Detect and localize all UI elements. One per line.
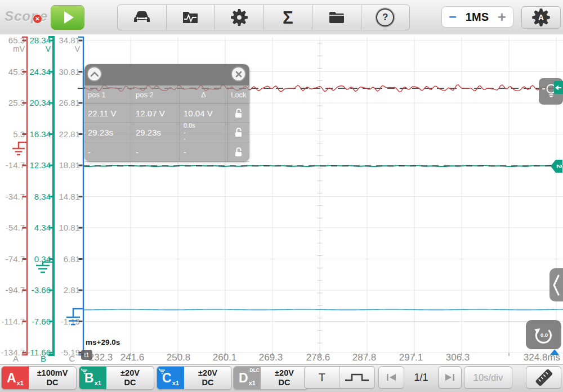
axis-b-label: 0.34 — [34, 254, 51, 264]
trigger-edge-button[interactable] — [339, 367, 375, 388]
collapse-panel-button[interactable] — [87, 66, 102, 82]
dlc-badge: DLC — [250, 367, 260, 373]
axis-b-label: 12.34 — [29, 160, 51, 170]
axis-a-label: -74.7 — [6, 254, 25, 264]
previous-page-button[interactable] — [378, 366, 404, 389]
axis-a-label: -134.7 — [1, 348, 25, 357]
trigger-mode-button[interactable]: T — [305, 367, 339, 388]
auto-setup-button[interactable]: A — [521, 6, 561, 29]
lock-toggle-row2[interactable] — [227, 123, 249, 142]
question-icon: ? — [376, 8, 394, 26]
axis-c-label: 34.81 — [59, 35, 80, 45]
file-manager-button[interactable] — [312, 5, 361, 30]
axis-b-unit: V — [46, 44, 51, 53]
measure-pos2-value: 12.07 V — [132, 104, 180, 123]
sample-rate-control[interactable]: − 1MS + — [441, 6, 513, 28]
unlock-icon — [234, 108, 243, 119]
unlock-icon — [234, 127, 243, 138]
svg-text:2: 2 — [555, 164, 563, 168]
axis-c-label: 18.81 — [59, 160, 80, 170]
saved-data-button[interactable] — [166, 5, 215, 30]
time-per-div-button[interactable]: 10s/div — [464, 366, 512, 389]
svg-text:0.0: 0.0 — [540, 332, 547, 338]
plus-icon[interactable]: + — [498, 10, 506, 24]
channel-c-button[interactable]: Cx1±20VDC — [157, 366, 232, 390]
axis-b-label: 28.34 — [29, 35, 51, 45]
close-panel-button[interactable] — [231, 66, 246, 82]
channel-a-marker-tag[interactable] — [554, 81, 563, 94]
axis-line-a — [22, 37, 27, 355]
chevron-up-icon — [90, 71, 99, 77]
help-button[interactable]: ? — [361, 5, 410, 30]
trigger-t-label: T — [319, 371, 325, 384]
play-icon — [64, 11, 74, 24]
lock-toggle-row1[interactable] — [227, 104, 249, 123]
skip-start-icon — [385, 373, 397, 382]
bottom-toolbar: Ax1±100mVDCBx1±20VDCCx1±20VDCDLCDx1±20VD… — [0, 364, 563, 392]
axis-c-letter: C — [69, 354, 75, 363]
time-axis-label: 297.1 — [399, 352, 423, 363]
trigger-group: T — [304, 366, 375, 389]
measurement-panel[interactable]: pos 1pos 2ΔLock22.11 V12.07 V10.04 V29.2… — [84, 64, 249, 162]
measurement-panel-header[interactable] — [84, 64, 249, 85]
ground-symbol — [66, 309, 83, 325]
channel-b-button[interactable]: Bx1±20VDC — [79, 366, 154, 390]
axis-b-label: 24.34 — [29, 67, 51, 76]
axis-a-unit: mV — [13, 44, 25, 53]
reset-offset-button[interactable]: 0.0 — [526, 320, 561, 349]
axis-b-label: 16.34 — [29, 129, 51, 139]
axis-a-label: 65.3 — [8, 35, 25, 45]
sample-rate-value: 1MS — [466, 11, 489, 24]
minus-icon[interactable]: − — [449, 10, 457, 24]
axis-c-label: 2.81 — [64, 285, 80, 295]
t1-marker-badge[interactable] — [81, 350, 92, 360]
car-icon — [132, 10, 151, 25]
axis-a-label: 25.3 — [8, 98, 25, 107]
channel-multiplier: x1 — [17, 380, 24, 386]
settings-button[interactable] — [215, 5, 263, 30]
next-page-button[interactable] — [438, 366, 462, 389]
measure-ruler-button[interactable] — [526, 366, 561, 389]
vehicle-button[interactable] — [118, 5, 166, 30]
channel-range-label: ±20VDC — [106, 367, 154, 389]
scope-app: 65.345.325.35.3-14.7-34.7-54.7-74.7-94.7… — [0, 0, 563, 392]
ruler-icon — [533, 368, 555, 387]
measure-pos1-value: 29.23s — [84, 123, 132, 142]
axis-a-label: -14.7 — [6, 160, 25, 170]
channel-range-label: ±20VDC — [184, 367, 231, 389]
trigger-position-marker[interactable] — [550, 349, 559, 355]
measure-delta-value: 0.0s-- — [180, 123, 227, 142]
start-button[interactable] — [51, 5, 84, 30]
axis-line-c — [78, 37, 83, 355]
time-axis-label: 278.6 — [306, 352, 330, 363]
measurements-button[interactable]: Σ — [263, 5, 312, 30]
channel-a-color-square: Ax1 — [2, 367, 29, 389]
svg-text:A: A — [538, 13, 544, 22]
channel-a-button[interactable]: Ax1±100mVDC — [1, 366, 77, 390]
measure-header-1: pos 2 — [132, 85, 180, 104]
measure-header-0: pos 1 — [84, 85, 132, 104]
close-icon — [235, 71, 242, 78]
axis-c-label: -5.19 — [61, 348, 80, 357]
lock-toggle-row3[interactable] — [227, 142, 249, 162]
ground-symbol — [36, 262, 53, 272]
time-axis-label: 260.1 — [213, 352, 237, 363]
axis-a-label: -34.7 — [6, 192, 25, 201]
time-per-div-label: 10s/div — [473, 372, 503, 383]
channel-range-label: ±100mVDC — [29, 367, 76, 389]
waveform-plot: 65.345.325.35.3-14.7-34.7-54.7-74.7-94.7… — [0, 0, 563, 392]
file-waveform-icon — [182, 11, 199, 24]
ground-mini-icon — [81, 368, 88, 374]
side-drawer-handle[interactable] — [549, 268, 563, 301]
axis-c-label: -1.19 — [61, 317, 80, 326]
channel-b-color-square: Bx1 — [79, 367, 106, 389]
channel-b-marker-tag[interactable]: 2 — [550, 159, 563, 173]
ground-symbol — [12, 142, 27, 155]
axis-c-label: 30.81 — [59, 67, 80, 76]
pulse-edge-icon — [345, 371, 369, 384]
channel-d-button[interactable]: DLCDx1±20VDC — [233, 366, 309, 390]
time-axis-label: 250.8 — [167, 352, 191, 363]
toolbar-button-group: Σ ? — [117, 4, 410, 30]
measure-pos1-value: - — [84, 142, 132, 162]
measure-header-2: Δ — [180, 85, 227, 104]
